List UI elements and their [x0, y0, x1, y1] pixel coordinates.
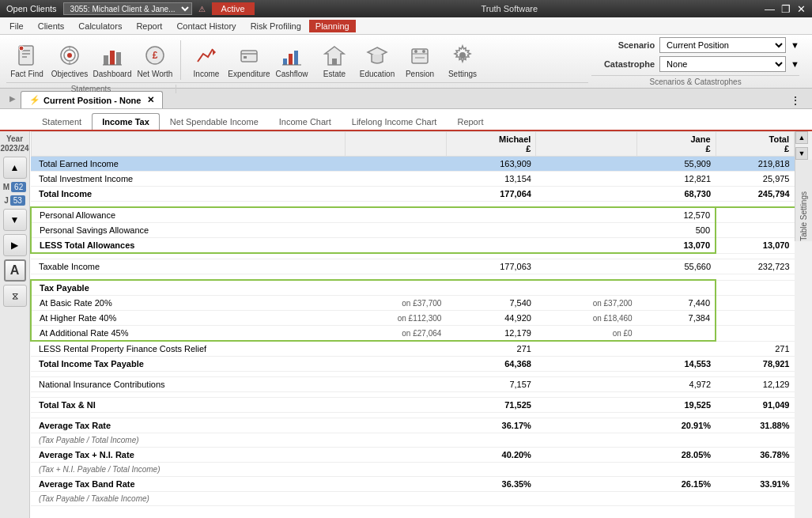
- net-worth-btn[interactable]: £ Net Worth: [134, 38, 176, 82]
- education-btn[interactable]: Education: [357, 38, 398, 82]
- avg-tax-band-rate-label: Average Tax Band Rate: [31, 477, 346, 492]
- table-row: At Higher Rate 40% on £112,300 44,920 on…: [31, 311, 795, 326]
- table-row: Total Income Tax Payable 64,368 14,553 7…: [31, 357, 795, 372]
- scenario-select[interactable]: Current Position: [659, 37, 786, 53]
- col-jane-header: Jane £: [637, 132, 716, 157]
- col-jane-details-header: [536, 132, 637, 157]
- expenditure-btn[interactable]: Expenditure: [228, 38, 270, 82]
- taxable-income-jane: 55,660: [637, 259, 716, 274]
- menu-risk-profiling[interactable]: Risk Profiling: [244, 20, 308, 32]
- taxable-income-michael: 177,063: [446, 259, 536, 274]
- scroll-up-btn[interactable]: ▲: [795, 131, 808, 144]
- close-btn[interactable]: ✕: [797, 3, 806, 15]
- open-clients-label: Open Clients: [6, 4, 57, 13]
- sub-tab-net-spendable[interactable]: Net Spendable Income: [160, 113, 269, 130]
- menu-contact-history[interactable]: Contact History: [170, 20, 242, 32]
- income-label: Income: [194, 70, 220, 78]
- table-settings-label[interactable]: Table Settings: [799, 191, 808, 241]
- settings-btn[interactable]: Settings: [442, 38, 483, 82]
- pension-label: Pension: [406, 70, 434, 78]
- svg-rect-19: [244, 56, 247, 59]
- fact-find-label: Fact Find: [10, 70, 43, 78]
- sub-tab-statement[interactable]: Statement: [32, 113, 92, 130]
- next-year-btn[interactable]: ▼: [3, 209, 27, 231]
- menu-planning[interactable]: Planning: [309, 20, 356, 32]
- objectives-btn[interactable]: Objectives: [49, 38, 90, 82]
- total-name: Total: [721, 134, 789, 144]
- sub-tab-income-tax[interactable]: Income Tax: [92, 113, 160, 130]
- cashflow-btn[interactable]: Cashflow: [271, 38, 312, 82]
- dashboard-icon: [100, 43, 125, 68]
- additional-rate-michael-detail: on £27,064: [346, 326, 447, 342]
- avg-tax-rate-total: 31.88%: [716, 418, 794, 433]
- sub-tab-lifelong-income[interactable]: Lifelong Income Chart: [342, 113, 448, 130]
- table-row: Average Tax Band Rate 36.35% 26.15% 33.9…: [31, 477, 795, 492]
- letter-a-btn[interactable]: A: [4, 259, 26, 282]
- basic-rate-michael: 7,540: [446, 296, 536, 311]
- svg-rect-22: [294, 51, 298, 65]
- dashboard-btn[interactable]: Dashboard: [92, 38, 133, 82]
- menu-report[interactable]: Report: [130, 20, 168, 32]
- window-controls[interactable]: — ❐ ✕: [765, 3, 806, 15]
- svg-point-32: [459, 52, 466, 59]
- personal-allowance-jane: 12,570: [637, 207, 716, 223]
- menu-calculators[interactable]: Calculators: [72, 20, 128, 32]
- fact-find-btn[interactable]: Fact Find: [6, 38, 47, 82]
- investment-income-label: Total Investment Income: [31, 172, 346, 187]
- table-container[interactable]: Michael £ Jane £ Total £: [30, 131, 795, 518]
- menu-file[interactable]: File: [3, 20, 30, 32]
- open-clients-dropdown[interactable]: 3055: Michael Client & Jane...: [63, 2, 192, 15]
- vertical-scrollbar[interactable]: ▲ ▼: [795, 131, 807, 160]
- sub-tab-income-chart[interactable]: Income Chart: [269, 113, 342, 130]
- ni-michael: 7,157: [446, 377, 536, 392]
- tab-close-btn[interactable]: ✕: [147, 95, 154, 105]
- jane-currency: £: [642, 144, 710, 153]
- table-row: LESS Total Allowances 13,070 13,070: [31, 238, 795, 254]
- catastrophe-dropdown-arrow[interactable]: ▼: [791, 59, 799, 69]
- minimize-btn[interactable]: —: [765, 3, 775, 15]
- expenditure-label: Expenditure: [228, 70, 270, 78]
- right-sidebar: Table Settings: [795, 160, 812, 241]
- total-income-tax-jane: 14,553: [637, 357, 716, 372]
- maximize-btn[interactable]: ❐: [781, 3, 791, 15]
- svg-rect-12: [116, 52, 121, 65]
- catastrophe-select[interactable]: None: [659, 56, 786, 72]
- basic-rate-michael-detail: on £37,700: [346, 296, 447, 311]
- avg-tax-rate-label: Average Tax Rate: [31, 418, 346, 433]
- tab-options-btn[interactable]: ⋮: [785, 93, 806, 108]
- menu-clients[interactable]: Clients: [32, 20, 71, 32]
- scenario-dropdown-arrow[interactable]: ▼: [791, 40, 799, 50]
- earned-income-jane: 55,909: [637, 157, 716, 172]
- table-row: National Insurance Contributions 7,157 4…: [31, 377, 795, 392]
- filter-btn[interactable]: ⧖: [3, 285, 27, 307]
- earned-income-label: Total Earned Income: [31, 157, 346, 172]
- ni-jane: 4,972: [637, 377, 716, 392]
- spacer-row: [31, 372, 795, 377]
- rental-relief-jane: [637, 341, 716, 357]
- spacer-row: [31, 202, 795, 208]
- income-btn[interactable]: Income: [186, 38, 227, 82]
- pension-btn[interactable]: Pension: [399, 38, 440, 82]
- scroll-down-btn[interactable]: ▼: [795, 147, 808, 160]
- svg-point-29: [414, 50, 417, 53]
- left-sidebar: Year 2023/24 ▲ M 62 J 53 ▼ ▶ A ⧖: [0, 131, 30, 518]
- play-btn[interactable]: ▶: [3, 234, 27, 256]
- sub-tab-report[interactable]: Report: [447, 113, 493, 130]
- expand-arrow[interactable]: ▶: [6, 94, 19, 103]
- svg-rect-20: [283, 59, 287, 65]
- table-row: Taxable Income 177,063 55,660 232,723: [31, 259, 795, 274]
- tab-current-position[interactable]: ⚡ Current Position - None ✕: [21, 91, 163, 108]
- earned-income-detail: [346, 157, 447, 172]
- estate-label: Estate: [323, 70, 346, 78]
- prev-year-btn[interactable]: ▲: [3, 157, 27, 179]
- taxable-income-total: 232,723: [716, 259, 794, 274]
- education-label: Education: [360, 70, 395, 78]
- table-row: Tax Payable: [31, 280, 795, 296]
- table-row: Personal Savings Allowance 500: [31, 223, 795, 238]
- spacer-row: [31, 413, 795, 418]
- app-name: Truth Software: [481, 4, 538, 13]
- avg-tax-band-rate-jane: 26.15%: [637, 477, 716, 492]
- catastrophe-label: Catastrophe: [591, 59, 655, 69]
- estate-btn[interactable]: Estate: [314, 38, 355, 82]
- svg-point-4: [19, 46, 24, 51]
